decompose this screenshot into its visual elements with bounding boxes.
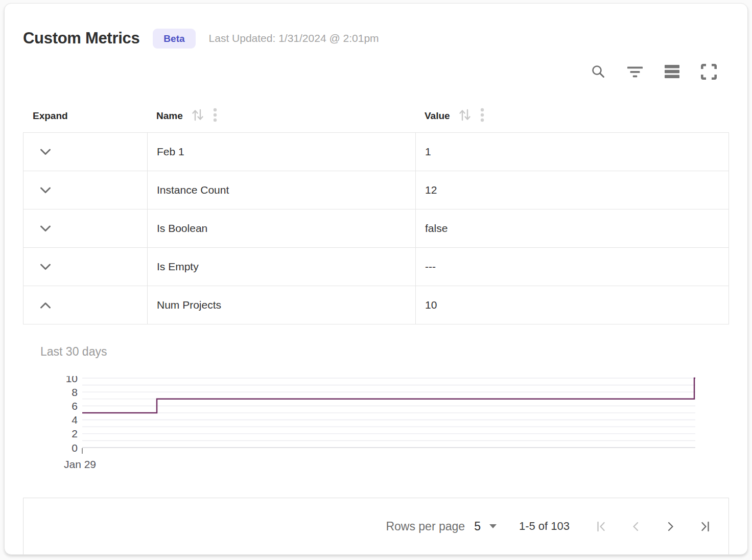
fullscreen-icon[interactable] xyxy=(700,63,717,80)
dropdown-caret-icon xyxy=(489,524,497,528)
cell-name: Instance Count xyxy=(148,171,416,209)
first-page-icon[interactable] xyxy=(594,520,608,533)
table-row: Instance Count 12 xyxy=(24,171,729,209)
beta-badge: Beta xyxy=(153,29,195,49)
table-row: Feb 1 1 xyxy=(24,133,729,171)
table-footer: Rows per page 5 1-5 of 103 xyxy=(23,498,729,554)
column-header-expand: Expand xyxy=(23,110,147,122)
cell-value: 1 xyxy=(416,133,729,171)
cell-value: 12 xyxy=(416,171,729,209)
rows-per-page-value: 5 xyxy=(474,520,481,533)
expand-chevron-down-icon[interactable] xyxy=(40,225,51,232)
table-row: Is Empty --- xyxy=(24,248,729,286)
row-detail-panel: Last 30 days 0246810Jan 29 xyxy=(23,324,729,494)
search-icon[interactable] xyxy=(590,63,606,80)
svg-text:8: 8 xyxy=(72,386,78,398)
sort-icon[interactable] xyxy=(190,107,205,125)
num-projects-step-chart: 0246810Jan 29 xyxy=(57,376,695,473)
cell-name: Feb 1 xyxy=(148,133,416,171)
density-icon[interactable] xyxy=(664,63,680,80)
svg-text:Jan 29: Jan 29 xyxy=(64,458,96,470)
expand-chevron-down-icon[interactable] xyxy=(40,187,51,194)
last-updated-text: Last Updated: 1/31/2024 @ 2:01pm xyxy=(209,32,379,44)
cell-value: 10 xyxy=(416,286,729,324)
cell-value: --- xyxy=(416,248,729,286)
header: Custom Metrics Beta Last Updated: 1/31/2… xyxy=(23,4,729,52)
page-title: Custom Metrics xyxy=(23,29,139,48)
table-toolbar xyxy=(23,63,729,80)
column-menu-icon[interactable] xyxy=(480,107,484,125)
svg-text:6: 6 xyxy=(72,400,78,412)
chart-title: Last 30 days xyxy=(40,324,729,359)
svg-text:10: 10 xyxy=(66,376,78,384)
cell-name: Is Boolean xyxy=(148,209,416,247)
expand-chevron-down-icon[interactable] xyxy=(40,149,51,155)
column-menu-icon[interactable] xyxy=(213,107,217,125)
table-header-row: Expand Name xyxy=(23,100,729,132)
column-header-name[interactable]: Name xyxy=(147,107,415,125)
collapse-chevron-up-icon[interactable] xyxy=(40,302,51,309)
filter-icon[interactable] xyxy=(627,63,643,80)
custom-metrics-panel: Custom Metrics Beta Last Updated: 1/31/2… xyxy=(4,3,748,555)
column-header-value[interactable]: Value xyxy=(415,107,729,125)
svg-text:0: 0 xyxy=(72,442,78,454)
last-page-icon[interactable] xyxy=(698,520,712,533)
svg-text:2: 2 xyxy=(72,428,78,439)
rows-per-page-label: Rows per page xyxy=(386,520,465,533)
cell-name: Num Projects xyxy=(148,286,416,324)
cell-name: Is Empty xyxy=(148,248,416,286)
previous-page-icon[interactable] xyxy=(629,520,643,533)
rows-per-page-select[interactable]: 5 xyxy=(474,520,497,533)
table-body: Feb 1 1 Instance Count 12 Is Boo xyxy=(23,132,729,324)
table-row: Is Boolean false xyxy=(24,209,729,248)
pagination-controls xyxy=(594,520,712,533)
pagination-range: 1-5 of 103 xyxy=(519,520,570,533)
next-page-icon[interactable] xyxy=(664,520,677,533)
sort-icon[interactable] xyxy=(457,107,473,125)
custom-metrics-table: Expand Name xyxy=(23,100,729,494)
svg-text:4: 4 xyxy=(72,414,78,426)
cell-value: false xyxy=(416,209,729,247)
table-row-expanded: Num Projects 10 xyxy=(24,286,729,324)
expand-chevron-down-icon[interactable] xyxy=(40,264,51,270)
